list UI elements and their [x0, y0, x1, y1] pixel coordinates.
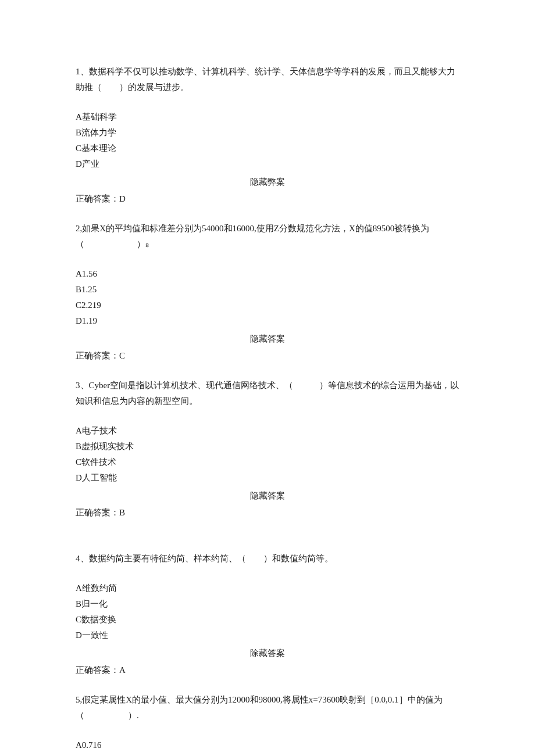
- option-b: B0.912: [76, 753, 459, 756]
- option-d: D1.19: [76, 313, 459, 329]
- question-stem: 3、Cyber空间是指以计算机技术、现代通信网络技术、（ ）等信息技术的综合运用…: [76, 378, 459, 409]
- options: A基础科学 B流体力学 C基本理论 D产业: [76, 109, 459, 172]
- options: A电子技术 B虚拟现实技术 C软件技术 D人工智能: [76, 423, 459, 486]
- option-a: A0.716: [76, 737, 459, 753]
- option-a: A电子技术: [76, 423, 459, 439]
- hide-answer-link[interactable]: 隐藏答案: [76, 331, 459, 347]
- question-stem: 4、数据约简主要有特征约简、样本约简、（ ）和数值约简等。: [76, 551, 459, 567]
- correct-answer: 正确答案：C: [76, 348, 459, 364]
- option-a: A1.56: [76, 266, 459, 282]
- hide-answer-link[interactable]: 隐藏弊案: [76, 174, 459, 190]
- question-stem: 5,假定某属性X的最小值、最大值分别为12000和98000,将属性x=7360…: [76, 692, 459, 723]
- question-5: 5,假定某属性X的最小值、最大值分别为12000和98000,将属性x=7360…: [76, 692, 459, 756]
- question-3: 3、Cyber空间是指以计算机技术、现代通信网络技术、（ ）等信息技术的综合运用…: [76, 378, 459, 521]
- question-4: 4、数据约简主要有特征约简、样本约简、（ ）和数值约简等。 A维数约简 B归一化…: [76, 551, 459, 678]
- option-c: C软件技术: [76, 454, 459, 470]
- hide-answer-link[interactable]: 除藏答案: [76, 646, 459, 661]
- option-b: B归一化: [76, 596, 459, 612]
- option-a: A维数约简: [76, 581, 459, 596]
- correct-answer: 正确答案：D: [76, 191, 459, 207]
- question-stem: 1、数据科学不仅可以推动数学、计算机科学、统计学、天体信息学等学科的发展，而且又…: [76, 64, 459, 95]
- question-stem: 2,如果X的平均值和标准差分别为54000和16000,使用Z分数规范化方法，X…: [76, 221, 459, 252]
- option-b: B1.25: [76, 282, 459, 298]
- option-d: D一致性: [76, 628, 459, 643]
- hide-answer-link[interactable]: 隐藏答案: [76, 488, 459, 504]
- option-c: C2.219: [76, 298, 459, 313]
- option-a: A基础科学: [76, 109, 459, 125]
- option-c: C基本理论: [76, 141, 459, 156]
- correct-answer: 正确答案：A: [76, 662, 459, 678]
- option-d: D产业: [76, 156, 459, 172]
- options: A维数约简 B归一化 C数据变换 D一致性: [76, 581, 459, 643]
- option-b: B流体力学: [76, 125, 459, 141]
- question-2: 2,如果X的平均值和标准差分别为54000和16000,使用Z分数规范化方法，X…: [76, 221, 459, 364]
- option-d: D人工智能: [76, 470, 459, 486]
- question-1: 1、数据科学不仅可以推动数学、计算机科学、统计学、天体信息学等学科的发展，而且又…: [76, 64, 459, 207]
- page: 1、数据科学不仅可以推动数学、计算机科学、统计学、天体信息学等学科的发展，而且又…: [0, 0, 535, 756]
- options: A1.56 B1.25 C2.219 D1.19: [76, 266, 459, 329]
- option-b: B虚拟现实技术: [76, 439, 459, 454]
- spacer: [76, 535, 459, 551]
- options: A0.716 B0.912 C0.325: [76, 737, 459, 756]
- correct-answer: 正确答案：B: [76, 505, 459, 521]
- option-c: C数据变换: [76, 612, 459, 628]
